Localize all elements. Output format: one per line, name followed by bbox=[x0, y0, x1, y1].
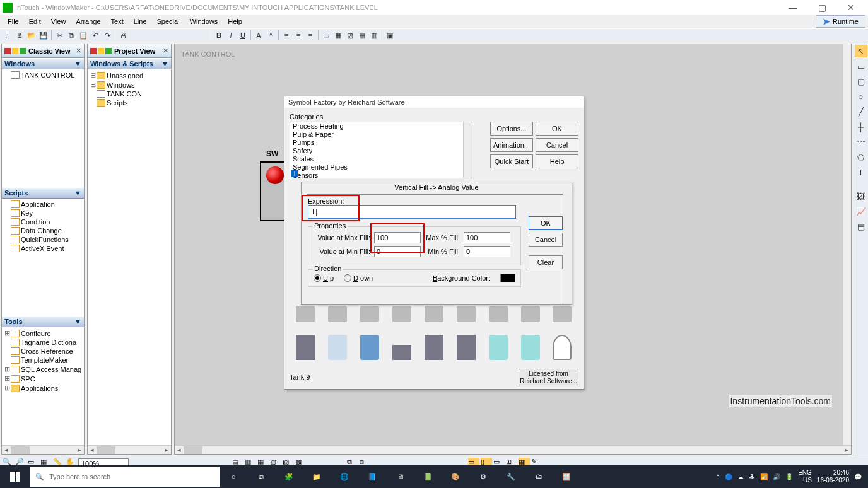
tank-symbol[interactable] bbox=[521, 306, 540, 322]
taskbar-search[interactable]: 🔍 Type here to search bbox=[30, 467, 220, 487]
windows-header[interactable]: Windows▼ bbox=[2, 58, 84, 69]
tb-copy[interactable]: ⧉ bbox=[66, 30, 77, 41]
vf-clear-button[interactable]: Clear bbox=[529, 255, 563, 269]
tank-symbol[interactable] bbox=[328, 335, 347, 360]
tool-crossref[interactable]: Cross Reference bbox=[3, 347, 83, 356]
tank-symbol[interactable] bbox=[457, 335, 476, 360]
tree-unassigned[interactable]: ⊟Unassigned bbox=[89, 71, 170, 80]
project-hscroll[interactable]: ◂▸ bbox=[88, 445, 171, 454]
minpct-input[interactable] bbox=[464, 246, 510, 257]
button-tool[interactable]: ▤ bbox=[855, 220, 867, 233]
tree-tank-con[interactable]: TANK CON bbox=[89, 90, 170, 98]
tb-underline[interactable]: U bbox=[237, 30, 249, 41]
tree-tank-control[interactable]: TANK CONTROL bbox=[3, 71, 83, 79]
classic-close-icon[interactable]: ✕ bbox=[76, 47, 81, 55]
tank-symbol[interactable] bbox=[489, 335, 508, 360]
tb-align-center[interactable]: ≡ bbox=[293, 30, 304, 41]
text-tool[interactable]: T bbox=[855, 166, 867, 178]
script-quickfunctions[interactable]: QuickFunctions bbox=[3, 235, 83, 244]
menu-special[interactable]: Special bbox=[152, 16, 185, 26]
tank-symbol[interactable] bbox=[457, 306, 476, 322]
image-tool[interactable]: 🖼 bbox=[855, 190, 867, 202]
project-close-icon[interactable]: ✕ bbox=[163, 47, 168, 55]
scripts-header[interactable]: Scripts▼ bbox=[2, 187, 84, 199]
cortana-icon[interactable]: ○ bbox=[220, 465, 247, 488]
tank-symbol[interactable] bbox=[296, 335, 315, 360]
tray-cloud-icon[interactable]: ☁ bbox=[737, 473, 744, 480]
cat-selected-letter[interactable]: T bbox=[291, 170, 298, 177]
radio-up[interactable]: Up bbox=[314, 274, 334, 282]
tool-apps[interactable]: ⊞Applications bbox=[3, 383, 83, 393]
line-tool[interactable]: ╱ bbox=[855, 105, 867, 118]
cat-sensors[interactable]: Sensors bbox=[290, 171, 472, 178]
tray-wifi-icon[interactable]: 📶 bbox=[760, 473, 768, 480]
tb-app1[interactable]: 🧩 bbox=[275, 465, 303, 488]
tb-app3[interactable]: 🌐 bbox=[331, 465, 358, 488]
tool-spc[interactable]: ⊞SPC bbox=[3, 374, 83, 383]
cat-process-heating[interactable]: Process Heating bbox=[290, 122, 472, 131]
cat-pumps[interactable]: Pumps bbox=[290, 139, 472, 147]
tray-teamviewer-icon[interactable]: 🔵 bbox=[725, 473, 732, 480]
tb-app4[interactable]: 📘 bbox=[358, 465, 386, 488]
tb-shape5[interactable]: ▥ bbox=[368, 30, 380, 41]
menu-windows[interactable]: Windows bbox=[185, 16, 223, 26]
minimize-button[interactable]: — bbox=[778, 3, 807, 13]
windows-scripts-header[interactable]: Windows & Scripts▼ bbox=[88, 58, 171, 69]
tb-app8[interactable]: ⚙ bbox=[469, 465, 497, 488]
sf-cancel-button[interactable]: Cancel bbox=[536, 138, 578, 152]
close-button[interactable]: ✕ bbox=[836, 3, 865, 13]
maximize-button[interactable]: ▢ bbox=[807, 3, 836, 13]
tb-undo[interactable]: ↶ bbox=[90, 30, 101, 41]
script-condition[interactable]: Condition bbox=[3, 218, 83, 226]
tb-app7[interactable]: 🎨 bbox=[442, 465, 469, 488]
tool-sql[interactable]: ⊞SQL Access Manag bbox=[3, 364, 83, 374]
tank-symbol[interactable] bbox=[425, 306, 443, 322]
tank-symbol[interactable] bbox=[425, 335, 443, 360]
tb-save[interactable]: 💾 bbox=[38, 30, 49, 41]
polyline-tool[interactable]: 〰 bbox=[855, 136, 867, 148]
categories-list[interactable]: Process Heating Pulp & Paper Pumps Safet… bbox=[290, 122, 472, 178]
tray-volume-icon[interactable]: 🔊 bbox=[773, 473, 780, 480]
tb-cut[interactable]: ✂ bbox=[54, 30, 65, 41]
rect-tool[interactable]: ▭ bbox=[855, 60, 867, 73]
tb-app6[interactable]: 📗 bbox=[414, 465, 442, 488]
canvas-hscroll[interactable]: ◂▸ bbox=[175, 445, 851, 454]
tool-template[interactable]: TemplateMaker bbox=[3, 356, 83, 364]
sf-animation-button[interactable]: Animation... bbox=[490, 138, 533, 152]
tank-symbol[interactable] bbox=[489, 306, 508, 322]
canvas-vscroll[interactable] bbox=[842, 44, 851, 445]
tank-symbol[interactable] bbox=[521, 335, 540, 360]
maxpct-input[interactable] bbox=[464, 232, 510, 243]
polygon-tool[interactable]: ⬠ bbox=[855, 151, 867, 163]
tb-shape3[interactable]: ▧ bbox=[344, 30, 356, 41]
tb-app2[interactable]: 📁 bbox=[303, 465, 331, 488]
cat-safety[interactable]: Safety bbox=[290, 147, 472, 155]
tray-up-icon[interactable]: ˄ bbox=[717, 473, 720, 480]
tb-italic[interactable]: I bbox=[225, 30, 237, 41]
vf-ok-button[interactable]: OK bbox=[529, 216, 563, 230]
start-button[interactable] bbox=[0, 465, 30, 488]
vf-cancel-button[interactable]: Cancel bbox=[529, 233, 563, 247]
tb-paste[interactable]: 📋 bbox=[78, 30, 89, 41]
tank-symbol[interactable] bbox=[392, 345, 411, 360]
tb-print[interactable]: 🖨 bbox=[117, 30, 129, 41]
tb-open[interactable]: 📂 bbox=[26, 30, 37, 41]
script-data-change[interactable]: Data Change bbox=[3, 226, 83, 235]
trend-tool[interactable]: 📈 bbox=[855, 205, 867, 218]
tb-align-left[interactable]: ≡ bbox=[281, 30, 292, 41]
tb-bold[interactable]: B bbox=[213, 30, 225, 41]
radio-down[interactable]: Down bbox=[344, 274, 373, 282]
script-activex[interactable]: ActiveX Event bbox=[3, 244, 83, 253]
tank-symbol[interactable] bbox=[392, 306, 411, 322]
tank-symbol[interactable] bbox=[553, 306, 572, 322]
menu-arrange[interactable]: Arrange bbox=[71, 16, 105, 26]
tank-symbol[interactable] bbox=[296, 306, 315, 322]
tray-clock[interactable]: 20:4616-06-2020 bbox=[817, 469, 849, 484]
tool-configure[interactable]: ⊞Configure bbox=[3, 328, 83, 338]
tb-app10[interactable]: 🗂 bbox=[525, 465, 553, 488]
tb-app5[interactable]: 🖥 bbox=[386, 465, 414, 488]
script-key[interactable]: Key bbox=[3, 209, 83, 218]
tool-tagname[interactable]: Tagname Dictiona bbox=[3, 338, 83, 347]
vf-vscroll[interactable] bbox=[563, 194, 572, 304]
bgcolor-swatch[interactable] bbox=[500, 274, 515, 282]
